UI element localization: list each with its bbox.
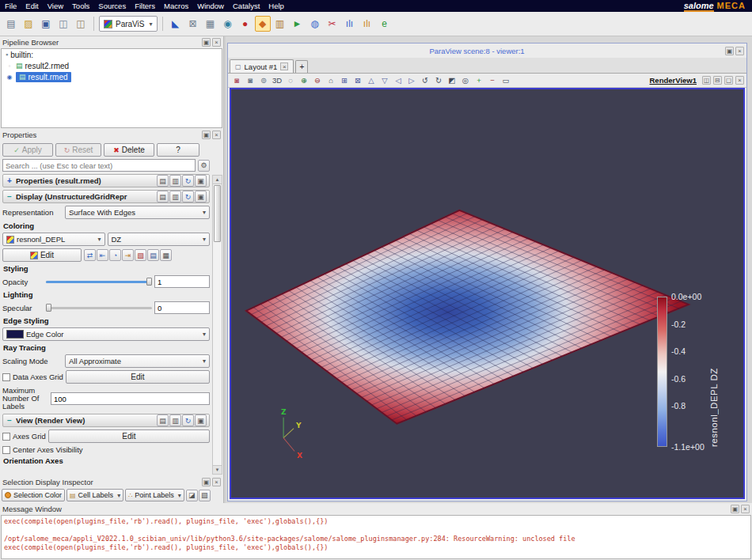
- view-plus-z-icon[interactable]: ◁: [392, 74, 404, 86]
- view-minus-x-icon[interactable]: ⊠: [351, 74, 364, 86]
- split-horizontal-icon[interactable]: ◫: [702, 76, 711, 85]
- toggle-3d-icon[interactable]: 3D: [271, 74, 283, 86]
- scroll-up-icon[interactable]: ▲: [213, 176, 222, 184]
- point-labels-button[interactable]: ∴ Point Labels ▾: [125, 489, 184, 501]
- close-panel-icon[interactable]: ×: [735, 47, 744, 55]
- axes-grid-checkbox[interactable]: [2, 433, 10, 441]
- close-panel-icon[interactable]: ×: [212, 478, 221, 486]
- copy-properties-icon[interactable]: ▤: [157, 414, 169, 426]
- data-axes-grid-checkbox[interactable]: [2, 373, 10, 381]
- opacity-input[interactable]: [154, 275, 210, 288]
- delete-button[interactable]: ✖ Delete: [104, 143, 154, 157]
- view-plus-y-icon[interactable]: △: [365, 74, 378, 86]
- maximize-view-icon[interactable]: ▭: [499, 74, 512, 86]
- bar-chart-icon[interactable]: ılı: [342, 16, 358, 32]
- view-minus-y-icon[interactable]: ▽: [378, 74, 391, 86]
- rotate-cw-icon[interactable]: ↻: [432, 74, 445, 86]
- rescale-temporal-icon[interactable]: ◔: [109, 249, 121, 261]
- edit-color-legend-icon[interactable]: ▦: [160, 249, 172, 261]
- menu-item-sources[interactable]: Sources: [98, 2, 126, 10]
- properties-section-header[interactable]: + Properties (result.rmed) ▤▥↻▣: [2, 174, 210, 187]
- restore-defaults-icon[interactable]: ↻: [182, 191, 194, 202]
- paste-properties-icon[interactable]: ▥: [169, 414, 181, 426]
- paste-properties-icon[interactable]: ▥: [169, 175, 181, 187]
- coloring-component-select[interactable]: DZ ▾: [108, 233, 211, 246]
- specular-slider[interactable]: [46, 302, 152, 313]
- record-macro-icon[interactable]: ●: [237, 16, 253, 32]
- tab-layout-1[interactable]: ▢ Layout #1 ×: [230, 59, 294, 73]
- module-select[interactable]: ParaViS ▾: [99, 16, 158, 32]
- zoom-out-icon[interactable]: ⊖: [311, 74, 324, 86]
- copy-properties-icon[interactable]: ▤: [157, 191, 169, 202]
- apply-button[interactable]: ✓ Apply: [2, 143, 53, 157]
- mesh-quality-icon[interactable]: ▦: [203, 16, 218, 32]
- menu-item-macros[interactable]: Macros: [164, 2, 188, 10]
- cone-source-icon[interactable]: ◣: [168, 16, 184, 32]
- max-labels-input[interactable]: [51, 392, 210, 405]
- copy-view-icon[interactable]: ◫: [55, 16, 71, 32]
- record-animation-icon[interactable]: ◙: [244, 74, 256, 86]
- scroll-down-icon[interactable]: ▼: [213, 465, 222, 474]
- menu-item-filters[interactable]: Filters: [135, 2, 155, 10]
- clone-view-icon[interactable]: ◫: [73, 16, 89, 32]
- search-options-icon[interactable]: ⚙: [198, 160, 210, 172]
- open-folder-icon[interactable]: ▨: [21, 16, 36, 32]
- e-module-icon[interactable]: e: [377, 16, 393, 32]
- flag-icon[interactable]: ►: [290, 16, 306, 32]
- close-view-icon[interactable]: ×: [735, 76, 744, 85]
- save-defaults-icon[interactable]: ▣: [195, 191, 207, 202]
- label-properties-icon[interactable]: ◪: [186, 490, 198, 501]
- center-axes-checkbox[interactable]: [2, 446, 10, 454]
- split-vertical-icon[interactable]: ⊟: [713, 76, 722, 85]
- save-defaults-icon[interactable]: ▣: [195, 175, 207, 187]
- tab-close-icon[interactable]: ×: [280, 62, 288, 70]
- properties-scrollbar[interactable]: ▲ ▼: [212, 175, 222, 475]
- edge-color-select[interactable]: Edge Color ▾: [2, 327, 210, 341]
- detach-view-icon[interactable]: ▢: [724, 76, 733, 85]
- reset-camera-icon[interactable]: ⌂: [325, 74, 337, 86]
- globe-icon[interactable]: ◍: [307, 16, 323, 32]
- view-section-header[interactable]: − View (Render View) ▤▥↻▣: [2, 414, 210, 427]
- representation-select[interactable]: Surface With Edges ▾: [65, 206, 210, 219]
- visibility-toggle[interactable]: ◉: [6, 74, 13, 81]
- display-section-header[interactable]: − Display (UnstructuredGridRepr ▤▥↻▣: [2, 190, 210, 203]
- clip-filter-icon[interactable]: ⊠: [185, 16, 201, 32]
- dock-panel-icon[interactable]: ▣: [731, 505, 739, 513]
- rotate-ccw-icon[interactable]: ↺: [419, 74, 431, 86]
- histogram-icon[interactable]: ılı: [359, 16, 375, 32]
- menu-item-catalyst[interactable]: Catalyst: [233, 2, 260, 10]
- select-points-icon[interactable]: ◎: [459, 74, 472, 86]
- sphere-source-icon[interactable]: ◉: [220, 16, 236, 32]
- menu-item-view[interactable]: View: [47, 2, 63, 10]
- pipeline-item-result[interactable]: ◉ ▤ result.rmed: [2, 71, 222, 82]
- cut-icon[interactable]: ✂: [325, 16, 340, 32]
- render-view[interactable]: Z Y X 0.0e+00-0.2-0.4-0.6-0.8-1.1e+00 re…: [230, 88, 745, 499]
- dock-panel-icon[interactable]: ▣: [725, 47, 734, 55]
- restore-defaults-icon[interactable]: ↻: [182, 175, 194, 187]
- help-button[interactable]: ?: [157, 143, 199, 157]
- show-color-legend-icon[interactable]: ▤: [147, 249, 159, 261]
- coloring-array-select[interactable]: resnonl_DEPL ▾: [2, 233, 105, 246]
- dock-panel-icon[interactable]: ▣: [202, 478, 211, 486]
- rescale-data-range-icon[interactable]: ⇄: [84, 249, 96, 261]
- data-axes-grid-edit-button[interactable]: Edit: [66, 370, 210, 384]
- copy-properties-icon[interactable]: ▤: [157, 175, 169, 187]
- close-panel-icon[interactable]: ×: [212, 131, 221, 139]
- scene-window-titlebar[interactable]: ParaView scene:8 - viewer:1 ▣×: [228, 44, 746, 58]
- box-source-icon[interactable]: ▥: [272, 16, 288, 32]
- pipeline-item-result2[interactable]: ◦ ▤ result2.rmed: [2, 60, 222, 71]
- dock-panel-icon[interactable]: ▣: [202, 131, 211, 139]
- axes-grid-edit-button[interactable]: Edit: [48, 429, 210, 443]
- menu-item-edit[interactable]: Edit: [25, 2, 38, 10]
- scrollbar-thumb[interactable]: [214, 185, 221, 242]
- paste-properties-icon[interactable]: ▥: [169, 191, 181, 202]
- scaling-mode-select[interactable]: All Approximate ▾: [65, 354, 210, 368]
- menu-item-window[interactable]: Window: [197, 2, 224, 10]
- remove-annotation-icon[interactable]: −: [486, 74, 499, 86]
- zoom-in-icon[interactable]: ⊕: [298, 74, 310, 86]
- close-panel-icon[interactable]: ×: [212, 38, 221, 47]
- selection-color-button[interactable]: Selection Color: [2, 489, 65, 501]
- new-tab-button[interactable]: +: [295, 60, 308, 73]
- menu-item-file[interactable]: File: [5, 2, 17, 10]
- select-cells-icon[interactable]: ◩: [446, 74, 458, 86]
